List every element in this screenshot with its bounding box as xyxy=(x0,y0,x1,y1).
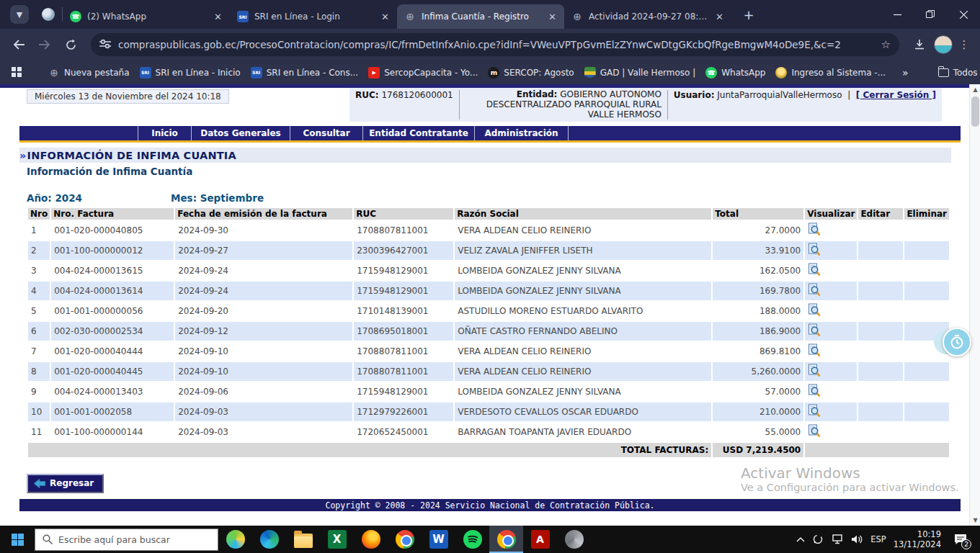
address-bar[interactable]: compraspublicas.gob.ec/ProcesoContrataci… xyxy=(91,33,899,56)
taskbar-app-word[interactable]: W xyxy=(422,526,455,553)
notification-center-icon[interactable]: 2 xyxy=(948,526,973,553)
site-info-icon[interactable] xyxy=(99,38,111,52)
taskbar-app-chrome-active[interactable] xyxy=(489,526,523,553)
entidad-field: Entidad: GOBIERNO AUTONOMO DESCENTRALIZA… xyxy=(466,90,662,120)
all-bookmarks-button[interactable]: Todos los marcadores xyxy=(933,66,980,80)
cell-razon-social: VERA ALDEAN CELIO REINERIO xyxy=(455,342,711,361)
cell-factura: 001-100-000000012 xyxy=(51,241,174,260)
taskbar-app-excel[interactable]: X xyxy=(320,526,354,553)
tab-close-icon[interactable]: ✕ xyxy=(379,12,391,22)
bookmark-star-icon[interactable]: ☆ xyxy=(881,38,891,51)
bookmark-item[interactable]: SercopCapacita - Yo... xyxy=(363,65,483,81)
page-scrollbar[interactable]: ▲ ▼ xyxy=(969,84,980,526)
browser-tab[interactable]: Actividad 2024-09-27 08:00:00 | ✕ xyxy=(564,4,731,29)
file-explorer-icon xyxy=(294,534,313,548)
network-icon[interactable] xyxy=(831,534,844,544)
browser-tab[interactable]: SRI en Línea - Login ✕ xyxy=(230,4,397,29)
minimize-button[interactable] xyxy=(881,0,914,29)
start-button[interactable] xyxy=(0,526,35,553)
cell-nro: 4 xyxy=(28,282,50,300)
tab-close-icon[interactable]: ✕ xyxy=(546,12,558,22)
visualizar-icon[interactable] xyxy=(808,263,821,279)
back-icon[interactable] xyxy=(7,33,30,56)
reload-icon[interactable] xyxy=(59,33,82,56)
regresar-button[interactable]: Regresar xyxy=(27,474,104,493)
taskbar-app-acrobat[interactable]: A xyxy=(523,526,557,553)
bookmarks-overflow-icon[interactable]: » xyxy=(895,67,916,78)
tab-close-icon[interactable]: ✕ xyxy=(713,12,726,22)
table-row: 5 001-001-000000056 2024-09-20 171014813… xyxy=(28,302,949,320)
close-window-button[interactable] xyxy=(947,0,980,29)
bookmark-item[interactable]: SRI en Línea - Cons... xyxy=(246,65,363,81)
search-placeholder: Escribe aquí para buscar xyxy=(58,534,170,545)
clock-icon[interactable] xyxy=(943,328,971,356)
nav-menu-item[interactable]: Administración xyxy=(475,126,569,140)
browser-tab[interactable]: (2) WhatsApp ✕ xyxy=(63,4,230,29)
bookmark-item[interactable]: WhatsApp xyxy=(700,65,770,81)
profile-avatar[interactable] xyxy=(934,35,953,54)
bookmark-label: SRI en Línea - Inicio xyxy=(156,68,241,78)
bookmarks-bar: Nueva pestaña SRI en Línea - Inicio SRI … xyxy=(0,60,980,84)
apps-grid-icon[interactable] xyxy=(12,67,22,78)
visualizar-icon[interactable] xyxy=(808,303,821,319)
floating-recorder-widget[interactable] xyxy=(934,328,971,358)
bookmark-item[interactable]: Nueva pestaña xyxy=(43,65,135,81)
scroll-down-icon[interactable]: ▼ xyxy=(970,515,980,526)
bookmark-item[interactable]: Ingreso al Sistema -... xyxy=(770,65,891,81)
restore-button[interactable] xyxy=(914,0,947,29)
visualizar-icon[interactable] xyxy=(808,283,821,299)
taskbar-app-edge[interactable] xyxy=(252,526,286,553)
cell-razon-social: VERDESOTO CEVALLOS OSCAR EDUARDO xyxy=(455,403,711,421)
url-text[interactable]: compraspublicas.gob.ec/ProcesoContrataci… xyxy=(118,39,874,50)
visualizar-icon[interactable] xyxy=(808,222,821,238)
cell-ruc: 1712979226001 xyxy=(354,403,453,421)
visualizar-icon[interactable] xyxy=(808,323,821,339)
taskbar-app-misc[interactable] xyxy=(557,526,591,553)
downloads-icon[interactable] xyxy=(908,33,931,56)
language-indicator[interactable]: ESP xyxy=(870,534,886,544)
logout-link[interactable]: [ Cerrar Sesión ] xyxy=(856,90,936,100)
breadcrumb: » INFORMACIÓN DE INFIMA CUANTIA xyxy=(19,148,951,163)
scrollbar-thumb[interactable] xyxy=(971,96,979,127)
onedrive-icon[interactable] xyxy=(812,534,824,544)
cell-nro: 10 xyxy=(28,403,50,421)
new-tab-button[interactable]: + xyxy=(739,4,759,24)
total-row-filler xyxy=(805,443,949,457)
visualizar-icon[interactable] xyxy=(808,364,821,379)
cell-eliminar xyxy=(904,241,949,260)
clock[interactable]: 10:19 13/11/2024 xyxy=(894,529,941,550)
taskbar-app-spotify[interactable] xyxy=(455,526,489,553)
anio-label: Año: xyxy=(27,192,52,204)
forward-icon[interactable] xyxy=(33,33,56,56)
bookmark-item[interactable]: GAD | Valle Hermoso | xyxy=(579,65,701,81)
nav-menu-item[interactable]: Inicio xyxy=(138,126,192,140)
taskbar-app-explorer[interactable] xyxy=(286,526,320,553)
tray-expand-icon[interactable] xyxy=(796,536,805,542)
taskbar-app-colorful[interactable] xyxy=(218,526,252,553)
visualizar-icon[interactable] xyxy=(808,424,821,440)
cell-total: 162.0500 xyxy=(713,261,803,280)
tab-close-icon[interactable]: ✕ xyxy=(212,12,224,22)
globe-favicon xyxy=(48,67,60,78)
cell-editar xyxy=(858,362,903,381)
pinned-tab-favicon[interactable] xyxy=(42,8,55,21)
visualizar-icon[interactable] xyxy=(808,384,821,400)
taskbar-search-input[interactable]: Escribe aquí para buscar xyxy=(35,529,218,551)
table-body: 1 001-020-000040805 2024-09-30 170880781… xyxy=(28,221,949,441)
scroll-up-icon[interactable]: ▲ xyxy=(970,84,980,95)
taskbar-app-chrome[interactable] xyxy=(388,526,422,553)
browser-menu-icon[interactable]: ⋮ xyxy=(956,38,973,51)
bookmark-item[interactable]: SRI en Línea - Inicio xyxy=(135,65,246,81)
bookmark-label: Ingreso al Sistema -... xyxy=(791,68,886,78)
volume-icon[interactable] xyxy=(851,534,863,544)
bookmark-item[interactable]: SERCOP: Agosto xyxy=(483,65,579,81)
nav-menu-item[interactable]: Consultar xyxy=(290,126,363,140)
visualizar-icon[interactable] xyxy=(808,404,821,420)
nav-menu-item[interactable]: Datos Generales xyxy=(192,126,290,140)
browser-tab[interactable]: Infima Cuantía - Registro ✕ xyxy=(397,4,564,29)
visualizar-icon[interactable] xyxy=(808,243,821,258)
visualizar-icon[interactable] xyxy=(808,343,821,359)
nav-menu-item[interactable]: Entidad Contratante xyxy=(363,126,475,140)
tab-search-button[interactable]: ▼ xyxy=(10,5,29,24)
taskbar-app-firefox[interactable] xyxy=(354,526,388,553)
